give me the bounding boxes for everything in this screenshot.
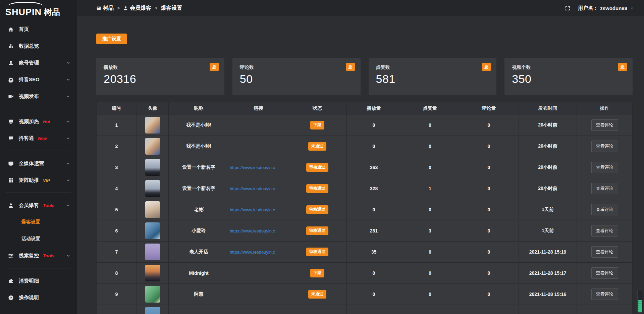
grid-icon <box>8 177 14 183</box>
action-cell: 查看评论 <box>577 157 632 178</box>
cell <box>288 305 347 314</box>
table-row: 8Midnight下架0002021-11-28 15:17查看评论 <box>97 263 632 284</box>
chevron-down-icon <box>66 161 70 166</box>
status-badge[interactable]: 审核通过 <box>306 226 328 235</box>
cell <box>97 305 137 314</box>
column-header: 操作 <box>577 102 632 115</box>
chevron-down-icon <box>66 94 70 99</box>
sidebar-item-doukertong[interactable]: 抖客通New <box>0 130 77 147</box>
stat-card-plays: 播放数20316总 <box>96 58 224 95</box>
promo-settings-button[interactable]: 推广设置 <box>96 34 127 44</box>
stat-value: 581 <box>376 72 489 86</box>
floating-widget[interactable] <box>637 289 643 313</box>
total-badge: 总 <box>618 63 627 71</box>
status-badge[interactable]: 审核通过 <box>306 163 328 172</box>
video-link[interactable]: https://www.iesdouyin.c <box>230 165 275 170</box>
view-comments-button[interactable]: 查看评论 <box>591 183 618 194</box>
publish-time-cell: 2021-11-28 15:16 <box>519 284 577 305</box>
cell <box>347 305 401 314</box>
sidebar-item-consumption-detail[interactable]: 消费明细 <box>0 272 77 289</box>
publish-time-cell: 2021-11-28 15:17 <box>519 263 577 283</box>
status-badge[interactable]: 未通过 <box>308 290 326 299</box>
username-label: 用户名： <box>578 5 598 11</box>
row-number-cell: 4 <box>97 178 137 199</box>
sidebar-item-matrix-boost[interactable]: 矩阵助推VIP <box>0 172 77 189</box>
sidebar-item-data-overview[interactable]: 数据总览 <box>0 38 77 54</box>
cell <box>577 305 632 314</box>
status-badge[interactable]: 审核通过 <box>306 184 328 193</box>
fullscreen-icon[interactable] <box>565 5 571 11</box>
view-comments-button[interactable]: 查看评论 <box>591 289 618 300</box>
sidebar-subitem-baoke-settings[interactable]: 爆客设置 <box>0 214 77 230</box>
breadcrumb-item-member-baoke[interactable]: 会员爆客 <box>123 5 151 12</box>
nickname-cell: 老人开店 <box>169 242 229 262</box>
status-badge[interactable]: 下架 <box>310 269 324 277</box>
comments-cell: 0 <box>459 263 519 283</box>
status-cell: 未通过 <box>288 284 347 305</box>
sidebar-item-douyin-seo[interactable]: 抖音SEO <box>0 71 77 88</box>
status-badge[interactable]: 未通过 <box>308 142 326 151</box>
video-icon <box>8 94 14 99</box>
video-link[interactable]: https://www.iesdouyin.c <box>230 207 275 212</box>
view-comments-button[interactable]: 查看评论 <box>591 162 618 173</box>
avatar <box>145 286 160 303</box>
app-logo[interactable]: SHUPIN 树品 <box>0 0 77 19</box>
view-comments-button[interactable]: 查看评论 <box>591 225 618 237</box>
avatar <box>145 117 160 134</box>
sidebar-item-omni-media[interactable]: 全媒体运营 <box>0 155 77 172</box>
sidebar-item-member-baoke[interactable]: 会员爆客Tools <box>0 197 77 214</box>
column-header: 链接 <box>229 102 288 115</box>
avatar-cell <box>137 242 169 262</box>
sidebar-badge-vip: VIP <box>43 178 50 183</box>
status-cell: 未通过 <box>288 136 347 157</box>
video-link[interactable]: https://www.iesdouyin.c <box>230 186 275 191</box>
view-comments-button[interactable]: 查看评论 <box>591 246 618 258</box>
likes-cell: 0 <box>401 263 459 283</box>
sidebar-item-video-heat[interactable]: 视频加热Hot <box>0 113 77 130</box>
likes-cell: 0 <box>401 136 459 157</box>
link-cell <box>229 284 288 305</box>
view-comments-button[interactable]: 查看评论 <box>591 141 618 152</box>
nickname-cell: 设置一个新名字 <box>169 157 229 178</box>
status-badge[interactable]: 审核通过 <box>306 248 328 256</box>
publish-time-cell: 2021-11-28 15:19 <box>519 242 577 262</box>
help-icon: ? <box>8 295 14 301</box>
cell <box>519 305 577 314</box>
chevron-down-icon <box>66 119 70 124</box>
status-cell: 审核通过 <box>288 220 347 241</box>
sidebar-item-account-management[interactable]: 账号管理 <box>0 54 77 71</box>
stat-value: 350 <box>512 72 625 86</box>
likes-cell: 0 <box>401 157 459 178</box>
sidebar-item-label: 首页 <box>19 26 29 33</box>
comments-cell: 0 <box>459 199 519 220</box>
status-cell: 审核通过 <box>288 178 347 199</box>
action-cell: 查看评论 <box>577 136 632 157</box>
view-comments-button[interactable]: 查看评论 <box>591 267 618 279</box>
sidebar-item-operation-guide[interactable]: ?操作说明 <box>0 289 77 306</box>
breadcrumb-item-baoke-settings[interactable]: 爆客设置 <box>161 5 182 12</box>
video-link[interactable]: https://www.iesdouyin.c <box>230 250 275 255</box>
sidebar-item-label: 视频加热 <box>19 118 39 125</box>
sidebar-item-label: 全媒体运营 <box>19 160 44 167</box>
chevron-down-icon <box>66 136 70 141</box>
sidebar-item-video-publish[interactable]: 视频发布 <box>0 88 77 105</box>
status-badge[interactable]: 下架 <box>310 121 324 129</box>
sidebar-divider <box>6 268 71 268</box>
video-link[interactable]: https://www.iesdouyin.c <box>230 228 275 233</box>
sidebar-item-home[interactable]: 首页 <box>0 21 77 38</box>
breadcrumb-item-shupin[interactable]: 树品 <box>96 5 114 12</box>
avatar-cell <box>137 115 169 136</box>
user-menu[interactable]: 用户名：zswodun88 <box>578 5 634 11</box>
breadcrumb-separator: > <box>117 5 120 11</box>
view-comments-button[interactable]: 查看评论 <box>591 119 618 131</box>
row-number-cell: 8 <box>97 263 137 283</box>
status-badge[interactable]: 审核通过 <box>306 205 328 214</box>
sidebar-subitem-activity-settings[interactable]: 活动设置 <box>0 230 77 247</box>
view-comments-button[interactable]: 查看评论 <box>591 204 618 215</box>
total-badge: 总 <box>346 63 355 71</box>
stat-label: 点赞数 <box>376 64 489 70</box>
total-badge: 总 <box>210 63 219 71</box>
sidebar-item-lead-monitor[interactable]: 线索监控Tools <box>0 247 77 264</box>
status-cell: 下架 <box>288 263 347 283</box>
comment-icon <box>8 136 14 141</box>
